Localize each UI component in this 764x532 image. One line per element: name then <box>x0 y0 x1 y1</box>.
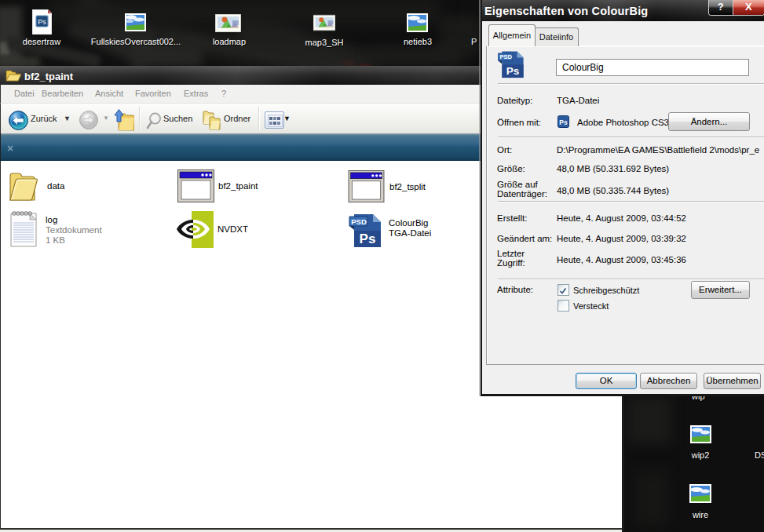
svg-text:PSD: PSD <box>351 217 367 226</box>
svg-text:Ps: Ps <box>559 118 568 126</box>
svg-text:Ps: Ps <box>38 18 46 26</box>
svg-text:Ps: Ps <box>360 231 376 246</box>
svg-text:Ps: Ps <box>506 65 520 77</box>
svg-text:PSD: PSD <box>499 54 512 61</box>
